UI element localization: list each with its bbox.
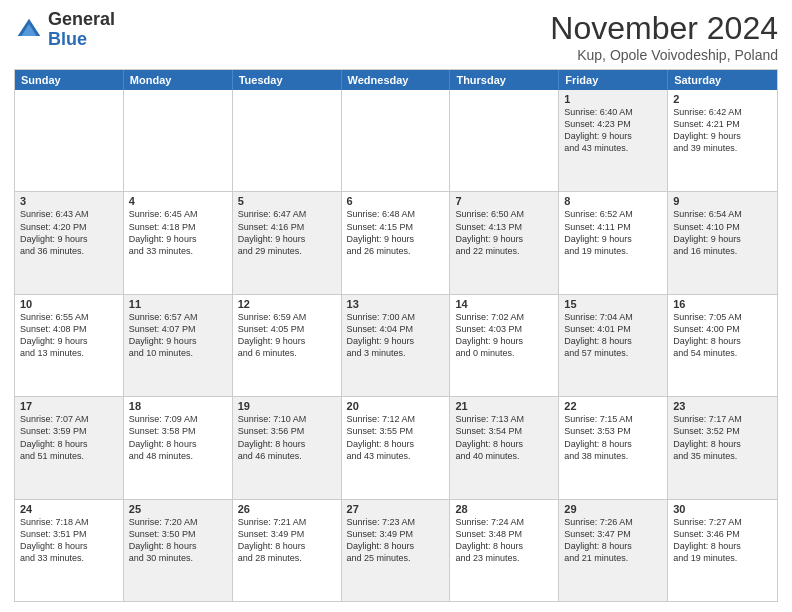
day-number-3: 3	[20, 195, 118, 207]
calendar-row-3: 17Sunrise: 7:07 AM Sunset: 3:59 PM Dayli…	[15, 396, 777, 498]
day-number-18: 18	[129, 400, 227, 412]
calendar-cell-3: 3Sunrise: 6:43 AM Sunset: 4:20 PM Daylig…	[15, 192, 124, 293]
day-number-2: 2	[673, 93, 772, 105]
cell-info-7: Sunrise: 6:50 AM Sunset: 4:13 PM Dayligh…	[455, 208, 553, 257]
calendar-cell-13: 13Sunrise: 7:00 AM Sunset: 4:04 PM Dayli…	[342, 295, 451, 396]
calendar-cell-28: 28Sunrise: 7:24 AM Sunset: 3:48 PM Dayli…	[450, 500, 559, 601]
cell-info-3: Sunrise: 6:43 AM Sunset: 4:20 PM Dayligh…	[20, 208, 118, 257]
calendar-cell-empty-0-4	[450, 90, 559, 191]
calendar-cell-16: 16Sunrise: 7:05 AM Sunset: 4:00 PM Dayli…	[668, 295, 777, 396]
calendar-cell-6: 6Sunrise: 6:48 AM Sunset: 4:15 PM Daylig…	[342, 192, 451, 293]
day-number-8: 8	[564, 195, 662, 207]
day-number-28: 28	[455, 503, 553, 515]
header: General Blue November 2024 Kup, Opole Vo…	[14, 10, 778, 63]
weekday-header-saturday: Saturday	[668, 70, 777, 90]
cell-info-30: Sunrise: 7:27 AM Sunset: 3:46 PM Dayligh…	[673, 516, 772, 565]
day-number-5: 5	[238, 195, 336, 207]
cell-info-29: Sunrise: 7:26 AM Sunset: 3:47 PM Dayligh…	[564, 516, 662, 565]
calendar-cell-7: 7Sunrise: 6:50 AM Sunset: 4:13 PM Daylig…	[450, 192, 559, 293]
day-number-25: 25	[129, 503, 227, 515]
logo-blue-text: Blue	[48, 29, 87, 49]
cell-info-25: Sunrise: 7:20 AM Sunset: 3:50 PM Dayligh…	[129, 516, 227, 565]
calendar-cell-9: 9Sunrise: 6:54 AM Sunset: 4:10 PM Daylig…	[668, 192, 777, 293]
calendar-cell-4: 4Sunrise: 6:45 AM Sunset: 4:18 PM Daylig…	[124, 192, 233, 293]
cell-info-9: Sunrise: 6:54 AM Sunset: 4:10 PM Dayligh…	[673, 208, 772, 257]
cell-info-4: Sunrise: 6:45 AM Sunset: 4:18 PM Dayligh…	[129, 208, 227, 257]
calendar-cell-17: 17Sunrise: 7:07 AM Sunset: 3:59 PM Dayli…	[15, 397, 124, 498]
day-number-6: 6	[347, 195, 445, 207]
cell-info-15: Sunrise: 7:04 AM Sunset: 4:01 PM Dayligh…	[564, 311, 662, 360]
calendar-cell-empty-0-3	[342, 90, 451, 191]
cell-info-20: Sunrise: 7:12 AM Sunset: 3:55 PM Dayligh…	[347, 413, 445, 462]
subtitle: Kup, Opole Voivodeship, Poland	[550, 47, 778, 63]
calendar-cell-21: 21Sunrise: 7:13 AM Sunset: 3:54 PM Dayli…	[450, 397, 559, 498]
day-number-30: 30	[673, 503, 772, 515]
cell-info-11: Sunrise: 6:57 AM Sunset: 4:07 PM Dayligh…	[129, 311, 227, 360]
calendar-cell-2: 2Sunrise: 6:42 AM Sunset: 4:21 PM Daylig…	[668, 90, 777, 191]
calendar-cell-22: 22Sunrise: 7:15 AM Sunset: 3:53 PM Dayli…	[559, 397, 668, 498]
day-number-1: 1	[564, 93, 662, 105]
calendar-row-4: 24Sunrise: 7:18 AM Sunset: 3:51 PM Dayli…	[15, 499, 777, 601]
weekday-header-thursday: Thursday	[450, 70, 559, 90]
weekday-header-friday: Friday	[559, 70, 668, 90]
day-number-27: 27	[347, 503, 445, 515]
calendar-cell-26: 26Sunrise: 7:21 AM Sunset: 3:49 PM Dayli…	[233, 500, 342, 601]
calendar-row-0: 1Sunrise: 6:40 AM Sunset: 4:23 PM Daylig…	[15, 90, 777, 191]
cell-info-23: Sunrise: 7:17 AM Sunset: 3:52 PM Dayligh…	[673, 413, 772, 462]
cell-info-8: Sunrise: 6:52 AM Sunset: 4:11 PM Dayligh…	[564, 208, 662, 257]
day-number-24: 24	[20, 503, 118, 515]
calendar-cell-10: 10Sunrise: 6:55 AM Sunset: 4:08 PM Dayli…	[15, 295, 124, 396]
logo: General Blue	[14, 10, 115, 50]
cell-info-27: Sunrise: 7:23 AM Sunset: 3:49 PM Dayligh…	[347, 516, 445, 565]
calendar-cell-19: 19Sunrise: 7:10 AM Sunset: 3:56 PM Dayli…	[233, 397, 342, 498]
day-number-14: 14	[455, 298, 553, 310]
calendar-cell-12: 12Sunrise: 6:59 AM Sunset: 4:05 PM Dayli…	[233, 295, 342, 396]
calendar-cell-empty-0-0	[15, 90, 124, 191]
month-title: November 2024	[550, 10, 778, 47]
day-number-29: 29	[564, 503, 662, 515]
day-number-12: 12	[238, 298, 336, 310]
cell-info-24: Sunrise: 7:18 AM Sunset: 3:51 PM Dayligh…	[20, 516, 118, 565]
cell-info-12: Sunrise: 6:59 AM Sunset: 4:05 PM Dayligh…	[238, 311, 336, 360]
calendar-cell-empty-0-2	[233, 90, 342, 191]
cell-info-14: Sunrise: 7:02 AM Sunset: 4:03 PM Dayligh…	[455, 311, 553, 360]
cell-info-21: Sunrise: 7:13 AM Sunset: 3:54 PM Dayligh…	[455, 413, 553, 462]
cell-info-2: Sunrise: 6:42 AM Sunset: 4:21 PM Dayligh…	[673, 106, 772, 155]
day-number-21: 21	[455, 400, 553, 412]
calendar-cell-14: 14Sunrise: 7:02 AM Sunset: 4:03 PM Dayli…	[450, 295, 559, 396]
cell-info-13: Sunrise: 7:00 AM Sunset: 4:04 PM Dayligh…	[347, 311, 445, 360]
cell-info-28: Sunrise: 7:24 AM Sunset: 3:48 PM Dayligh…	[455, 516, 553, 565]
calendar: SundayMondayTuesdayWednesdayThursdayFrid…	[14, 69, 778, 602]
calendar-cell-1: 1Sunrise: 6:40 AM Sunset: 4:23 PM Daylig…	[559, 90, 668, 191]
weekday-header-monday: Monday	[124, 70, 233, 90]
calendar-cell-18: 18Sunrise: 7:09 AM Sunset: 3:58 PM Dayli…	[124, 397, 233, 498]
day-number-10: 10	[20, 298, 118, 310]
cell-info-19: Sunrise: 7:10 AM Sunset: 3:56 PM Dayligh…	[238, 413, 336, 462]
day-number-13: 13	[347, 298, 445, 310]
calendar-cell-15: 15Sunrise: 7:04 AM Sunset: 4:01 PM Dayli…	[559, 295, 668, 396]
calendar-cell-30: 30Sunrise: 7:27 AM Sunset: 3:46 PM Dayli…	[668, 500, 777, 601]
logo-general-text: General	[48, 9, 115, 29]
day-number-11: 11	[129, 298, 227, 310]
logo-text: General Blue	[48, 10, 115, 50]
calendar-cell-5: 5Sunrise: 6:47 AM Sunset: 4:16 PM Daylig…	[233, 192, 342, 293]
weekday-header-sunday: Sunday	[15, 70, 124, 90]
cell-info-10: Sunrise: 6:55 AM Sunset: 4:08 PM Dayligh…	[20, 311, 118, 360]
cell-info-6: Sunrise: 6:48 AM Sunset: 4:15 PM Dayligh…	[347, 208, 445, 257]
day-number-7: 7	[455, 195, 553, 207]
day-number-19: 19	[238, 400, 336, 412]
title-block: November 2024 Kup, Opole Voivodeship, Po…	[550, 10, 778, 63]
day-number-15: 15	[564, 298, 662, 310]
cell-info-5: Sunrise: 6:47 AM Sunset: 4:16 PM Dayligh…	[238, 208, 336, 257]
day-number-9: 9	[673, 195, 772, 207]
calendar-cell-24: 24Sunrise: 7:18 AM Sunset: 3:51 PM Dayli…	[15, 500, 124, 601]
day-number-20: 20	[347, 400, 445, 412]
day-number-17: 17	[20, 400, 118, 412]
day-number-16: 16	[673, 298, 772, 310]
calendar-cell-29: 29Sunrise: 7:26 AM Sunset: 3:47 PM Dayli…	[559, 500, 668, 601]
cell-info-26: Sunrise: 7:21 AM Sunset: 3:49 PM Dayligh…	[238, 516, 336, 565]
cell-info-22: Sunrise: 7:15 AM Sunset: 3:53 PM Dayligh…	[564, 413, 662, 462]
cell-info-17: Sunrise: 7:07 AM Sunset: 3:59 PM Dayligh…	[20, 413, 118, 462]
logo-icon	[14, 15, 44, 45]
calendar-cell-23: 23Sunrise: 7:17 AM Sunset: 3:52 PM Dayli…	[668, 397, 777, 498]
